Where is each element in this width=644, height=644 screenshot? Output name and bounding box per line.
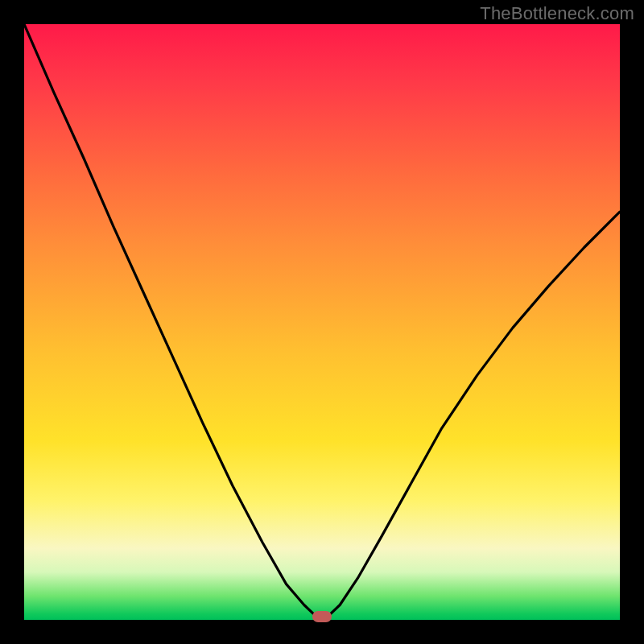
watermark-text: TheBottleneck.com (480, 3, 634, 24)
plot-area (24, 24, 620, 620)
chart-frame: TheBottleneck.com (0, 0, 644, 644)
curve-svg (24, 24, 620, 620)
bottleneck-curve-path (24, 24, 620, 620)
minimum-marker (312, 611, 332, 622)
